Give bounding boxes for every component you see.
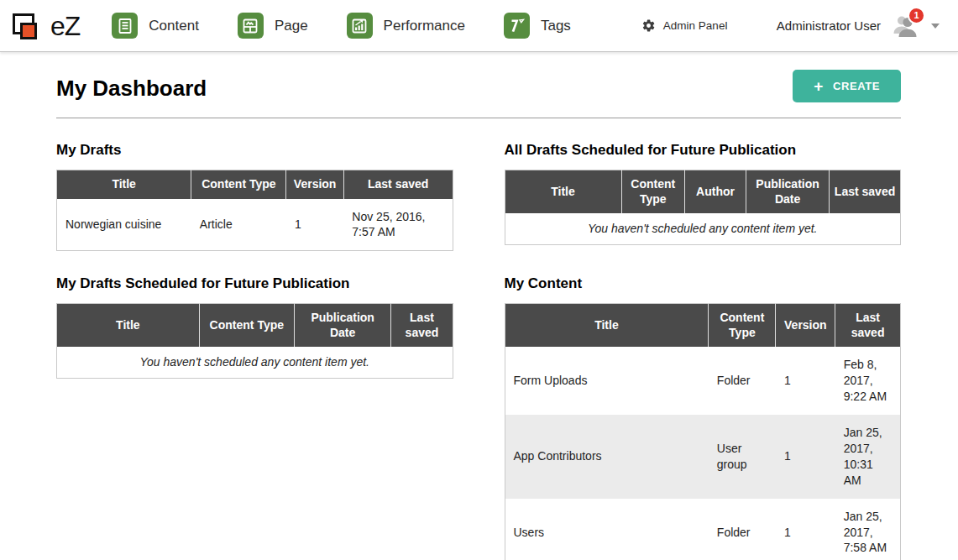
column-header: Title: [57, 304, 200, 348]
menu-item-performance[interactable]: Performance: [347, 13, 465, 39]
my-content-heading: My Content: [505, 275, 902, 292]
table-cell: Form Uploads: [505, 347, 709, 415]
table-row[interactable]: UsersFolder1Jan 25, 2017, 7:58 AM: [505, 499, 901, 560]
ez-logo-text: eZ: [50, 13, 80, 39]
performance-icon: [347, 13, 373, 39]
ez-logo-icon: [12, 9, 42, 43]
table-cell: Users: [505, 499, 709, 560]
table-header-row: TitleContent TypePublication DateLast sa…: [57, 304, 453, 348]
column-header: Publication Date: [746, 170, 830, 214]
menu-item-content[interactable]: Content: [112, 13, 199, 39]
page-icon: [238, 13, 264, 39]
table-cell: 1: [776, 347, 835, 415]
column-header: Content Type: [191, 170, 286, 199]
plus-icon: +: [814, 79, 824, 93]
table-cell: Folder: [709, 347, 776, 415]
table-header-row: TitleContent TypeVersionLast saved: [505, 304, 901, 348]
chevron-down-icon: [931, 24, 940, 29]
column-header: Title: [505, 304, 709, 348]
empty-message: You haven't scheduled any content item y…: [57, 347, 453, 378]
ez-logo[interactable]: eZ: [12, 9, 80, 43]
menu-label-performance: Performance: [384, 18, 465, 34]
column-header: Content Type: [709, 304, 776, 348]
user-name: Administrator User: [777, 18, 881, 33]
empty-message: You haven't scheduled any content item y…: [505, 213, 901, 244]
table-cell: Norwegian cuisine: [57, 199, 191, 251]
table-cell: 1: [776, 499, 835, 560]
section-my-content: My Content TitleContent TypeVersionLast …: [505, 275, 902, 560]
page-header: My Dashboard + CREATE: [56, 70, 901, 118]
column-header: Title: [57, 170, 191, 199]
table-cell: Feb 8, 2017, 9:22 AM: [835, 347, 901, 415]
empty-row: You haven't scheduled any content item y…: [505, 213, 901, 244]
column-header: Title: [505, 170, 621, 214]
table-row[interactable]: Form UploadsFolder1Feb 8, 2017, 9:22 AM: [505, 347, 901, 415]
table-cell: Nov 25, 2016, 7:57 AM: [343, 199, 453, 251]
notification-badge[interactable]: 1: [908, 7, 925, 24]
column-header: Last saved: [343, 170, 453, 199]
gear-icon: [641, 18, 656, 33]
content-icon: [112, 13, 138, 39]
table-cell: 1: [286, 199, 343, 251]
my-content-table: TitleContent TypeVersionLast savedForm U…: [505, 303, 902, 560]
table-cell: Article: [191, 199, 286, 251]
admin-panel-button[interactable]: Admin Panel: [641, 18, 728, 33]
my-drafts-scheduled-heading: My Drafts Scheduled for Future Publicati…: [56, 275, 453, 292]
column-header: Version: [776, 304, 835, 348]
column-header: Content Type: [621, 170, 684, 214]
my-drafts-scheduled-table: TitleContent TypePublication DateLast sa…: [56, 303, 453, 379]
table-cell: Jan 25, 2017, 10:31 AM: [835, 415, 901, 499]
all-drafts-scheduled-heading: All Drafts Scheduled for Future Publicat…: [505, 142, 902, 159]
column-header: Version: [286, 170, 343, 199]
create-button[interactable]: + CREATE: [793, 70, 901, 102]
menu-label-content: Content: [149, 18, 199, 34]
page-title: My Dashboard: [56, 76, 207, 102]
section-all-drafts-scheduled: All Drafts Scheduled for Future Publicat…: [505, 142, 902, 251]
table-cell: User group: [709, 415, 776, 499]
menu-item-tags[interactable]: Tags: [504, 13, 571, 39]
all-drafts-scheduled-table: TitleContent TypeAuthorPublication DateL…: [505, 170, 902, 245]
column-header: Author: [685, 170, 746, 214]
tags-icon: [504, 13, 530, 39]
table-cell: App Contributors: [505, 415, 709, 499]
table-row[interactable]: App ContributorsUser group1Jan 25, 2017,…: [505, 415, 901, 499]
column-header: Last saved: [391, 304, 453, 348]
dashboard-main: My Dashboard + CREATE My Drafts TitleCon…: [0, 52, 958, 560]
my-drafts-heading: My Drafts: [56, 142, 453, 159]
dashboard-grid: My Drafts TitleContent TypeVersionLast s…: [56, 142, 901, 560]
top-navbar: eZ Content Pag: [0, 0, 958, 52]
table-cell: Folder: [709, 499, 776, 560]
main-menu: Content Page: [112, 13, 571, 39]
user-menu[interactable]: Administrator User 1: [777, 13, 940, 39]
empty-row: You haven't scheduled any content item y…: [57, 347, 453, 378]
menu-label-tags: Tags: [541, 18, 571, 34]
menu-item-page[interactable]: Page: [238, 13, 308, 39]
create-button-label: CREATE: [833, 80, 880, 92]
menu-label-page: Page: [275, 18, 308, 34]
table-row[interactable]: Norwegian cuisineArticle1Nov 25, 2016, 7…: [57, 199, 453, 251]
admin-panel-label: Admin Panel: [663, 19, 728, 32]
column-header: Publication Date: [294, 304, 391, 348]
section-my-drafts-scheduled: My Drafts Scheduled for Future Publicati…: [56, 275, 453, 560]
column-header: Last saved: [830, 170, 901, 214]
table-cell: Jan 25, 2017, 7:58 AM: [835, 499, 901, 560]
avatar[interactable]: 1: [891, 13, 919, 39]
my-drafts-table: TitleContent TypeVersionLast savedNorweg…: [56, 170, 453, 251]
table-cell: 1: [776, 415, 835, 499]
column-header: Last saved: [835, 304, 901, 348]
table-header-row: TitleContent TypeVersionLast saved: [57, 170, 453, 199]
section-my-drafts: My Drafts TitleContent TypeVersionLast s…: [56, 142, 453, 251]
column-header: Content Type: [199, 304, 294, 348]
table-header-row: TitleContent TypeAuthorPublication DateL…: [505, 170, 901, 214]
